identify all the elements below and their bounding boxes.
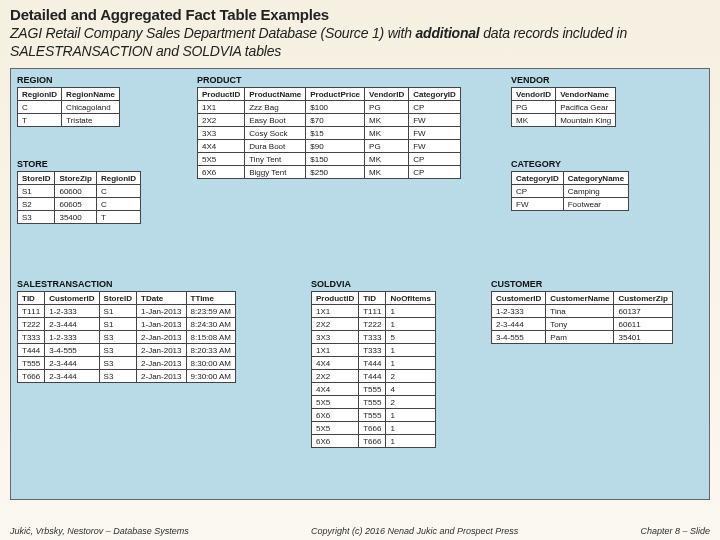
product-table: ProductIDProductNameProductPriceVendorID…	[197, 87, 461, 179]
region-block: REGION RegionIDRegionNameCChicagolandTTr…	[17, 75, 120, 127]
table-cell: Easy Boot	[245, 114, 306, 127]
table-row: CChicagoland	[18, 101, 120, 114]
salestransaction-table: TIDCustomerIDStoreIDTDateTTimeT1111-2-33…	[17, 291, 236, 383]
table-row: 1-2-333Tina60137	[492, 305, 673, 318]
table-cell: 8:24:30 AM	[186, 318, 235, 331]
table-cell: PG	[365, 101, 409, 114]
table-cell: T	[96, 211, 140, 224]
table-cell: 1-2-333	[492, 305, 546, 318]
table-cell: 35400	[55, 211, 96, 224]
table-cell: 60137	[614, 305, 672, 318]
table-cell: Dura Boot	[245, 140, 306, 153]
table-cell: S1	[99, 305, 136, 318]
table-row: MKMountain King	[512, 114, 616, 127]
table-cell: 6X6	[198, 166, 245, 179]
table-cell: 4X4	[198, 140, 245, 153]
table-cell: Pam	[546, 331, 614, 344]
table-cell: FW	[409, 114, 461, 127]
table-cell: Camping	[563, 185, 628, 198]
table-row: T1111-2-333S11-Jan-20138:23:59 AM	[18, 305, 236, 318]
table-row: 2X2T2221	[312, 318, 436, 331]
table-cell: 1	[386, 422, 435, 435]
table-cell: T333	[18, 331, 45, 344]
table-row: 3X3Cosy Sock$15MKFW	[198, 127, 461, 140]
table-cell: 2X2	[198, 114, 245, 127]
table-cell: 8:15:08 AM	[186, 331, 235, 344]
table-cell: 5X5	[312, 422, 359, 435]
table-cell: $100	[306, 101, 365, 114]
table-cell: $70	[306, 114, 365, 127]
table-cell: 6X6	[312, 435, 359, 448]
table-cell: Pacifica Gear	[556, 101, 616, 114]
table-cell: 1	[386, 357, 435, 370]
schema-diagram: REGION RegionIDRegionNameCChicagolandTTr…	[10, 68, 710, 500]
table-cell: 3-4-555	[45, 344, 99, 357]
table-cell: CP	[409, 153, 461, 166]
column-header: ProductName	[245, 88, 306, 101]
table-row: 2X2T4442	[312, 370, 436, 383]
subtitle-bold: additional	[415, 25, 479, 41]
column-header: CustomerName	[546, 292, 614, 305]
table-cell: MK	[365, 166, 409, 179]
table-cell: Chicagoland	[62, 101, 120, 114]
table-cell: $150	[306, 153, 365, 166]
table-cell: T222	[18, 318, 45, 331]
table-cell: 3-4-555	[492, 331, 546, 344]
column-header: CustomerID	[45, 292, 99, 305]
table-cell: S3	[99, 370, 136, 383]
table-cell: 1	[386, 305, 435, 318]
table-cell: 1X1	[312, 305, 359, 318]
table-row: 4X4T4441	[312, 357, 436, 370]
table-cell: 1-Jan-2013	[137, 305, 186, 318]
table-row: 5X5T6661	[312, 422, 436, 435]
category-table: CategoryIDCategoryNameCPCampingFWFootwea…	[511, 171, 629, 211]
slide-footer: Jukić, Vrbsky, Nestorov – Database Syste…	[10, 526, 710, 536]
table-row: FWFootwear	[512, 198, 629, 211]
table-cell: 2	[386, 370, 435, 383]
table-cell: Tina	[546, 305, 614, 318]
product-block: PRODUCT ProductIDProductNameProductPrice…	[197, 75, 461, 179]
table-cell: Tiny Tent	[245, 153, 306, 166]
table-cell: $250	[306, 166, 365, 179]
table-cell: 2X2	[312, 318, 359, 331]
table-cell: $15	[306, 127, 365, 140]
table-cell: S3	[99, 331, 136, 344]
table-cell: 2	[386, 396, 435, 409]
column-header: TID	[359, 292, 386, 305]
column-header: VendorID	[512, 88, 556, 101]
table-cell: 4X4	[312, 357, 359, 370]
column-header: CategoryID	[512, 172, 564, 185]
customer-block: CUSTOMER CustomerIDCustomerNameCustomerZ…	[491, 279, 673, 344]
column-header: RegionName	[62, 88, 120, 101]
customer-label: CUSTOMER	[491, 279, 673, 289]
table-cell: Mountain King	[556, 114, 616, 127]
table-cell: S3	[99, 344, 136, 357]
table-cell: 4X4	[312, 383, 359, 396]
column-header: StoreID	[99, 292, 136, 305]
table-cell: S2	[18, 198, 55, 211]
table-cell: C	[18, 101, 62, 114]
column-header: TID	[18, 292, 45, 305]
slide-subtitle: ZAGI Retail Company Sales Department Dat…	[10, 25, 710, 60]
category-label: CATEGORY	[511, 159, 629, 169]
product-label: PRODUCT	[197, 75, 461, 85]
store-block: STORE StoreIDStoreZipRegionIDS160600CS26…	[17, 159, 141, 224]
table-row: S335400T	[18, 211, 141, 224]
column-header: VendorID	[365, 88, 409, 101]
table-row: S260605C	[18, 198, 141, 211]
table-cell: Footwear	[563, 198, 628, 211]
salestransaction-block: SALESTRANSACTION TIDCustomerIDStoreIDTDa…	[17, 279, 236, 383]
table-cell: 60605	[55, 198, 96, 211]
table-cell: 60600	[55, 185, 96, 198]
table-cell: 2-3-444	[45, 370, 99, 383]
table-cell: Cosy Sock	[245, 127, 306, 140]
table-cell: T333	[359, 331, 386, 344]
store-label: STORE	[17, 159, 141, 169]
table-cell: 3X3	[312, 331, 359, 344]
column-header: TDate	[137, 292, 186, 305]
table-cell: S3	[99, 357, 136, 370]
table-row: T5552-3-444S32-Jan-20138:30:00 AM	[18, 357, 236, 370]
table-cell: 1X1	[198, 101, 245, 114]
table-cell: 8:20:33 AM	[186, 344, 235, 357]
table-row: 2-3-444Tony60611	[492, 318, 673, 331]
